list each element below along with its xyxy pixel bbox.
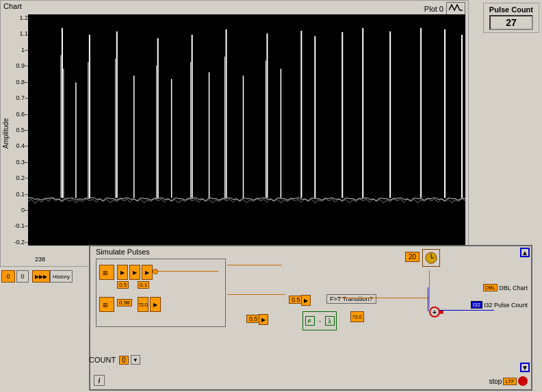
pulse-count-value: 27 [489,15,533,30]
history-text: History [50,270,73,283]
plot-label: Plot 0 [424,5,443,13]
chart-plot-area [28,14,465,246]
wire-mid-h [227,294,285,295]
timer-icon [422,249,440,267]
svg-text:⊞: ⊞ [103,270,108,276]
pulse-count-label: Pulse Count [489,5,533,14]
waveform-svg [28,14,465,246]
block-icon-1: ⊞ [101,267,112,278]
scroll-up-arrow[interactable]: ▲ [520,248,530,257]
tri-block-3: ▶ [142,265,153,280]
svg-text:⊞: ⊞ [103,302,108,309]
stop-label: stop [489,378,502,385]
tri-block-2: ▶ [129,265,140,280]
val-0.1: 0.1 [138,281,149,289]
stop-circle [518,376,528,386]
input-block-1: 0 [16,270,29,283]
val-0.5: 0.5 [117,281,129,289]
wire-v-blue [428,287,428,311]
inner-block-2: ⊞ [99,297,114,312]
x-axis-label: 238 [35,256,45,263]
lambda-block: λ [325,316,335,326]
plot-toggle[interactable] [446,2,465,16]
val-0.98: 0.98 [117,299,132,306]
plot-selector: Plot 0 [424,2,465,16]
wire-transition-h [340,298,429,298]
y-axis-title: Amplitude [2,118,10,148]
chart-output: DBL DBL Chart [483,284,528,291]
p2-0-main: ?2:0 [350,311,364,322]
f-block: F [305,316,315,326]
history-block: ▶▶▶ History [30,270,73,283]
block-diagram: Simulate Pulses ⊞ ▶ ▶ ▶ 0.5 0.1 ⊞ 0.98 ?… [89,245,532,391]
info-icon: i [94,375,105,386]
count-text: COUNT [89,356,116,364]
i32-badge: I32 [471,301,482,309]
arrow-dots: → [318,319,322,324]
chart-container: Chart Plot 0 1.2 1.1 1– 0.9– 0.8– 0.7– 0… [0,0,469,267]
wire-h-blue [439,310,494,311]
scroll-down-arrow[interactable]: ▼ [520,363,530,372]
count-dropdown[interactable]: ▼ [131,355,140,365]
simulate-pulses-title: Simulate Pulses [96,248,150,256]
wire-top-h [227,265,282,265]
arrow-0.5: ▶ [301,295,311,306]
left-controls: 0 0 ▶▶▶ History [1,270,73,283]
wire-inner-h [157,271,218,272]
clock-svg [424,251,438,265]
dbl-badge: DBL [483,284,498,291]
pulse-count-output-label: I32 Pulse Count [484,302,528,309]
transition-block: F>T Transition? [326,294,376,304]
chart-output-label: DBL Chart [499,285,528,291]
waveform-icon [449,3,463,13]
chart-title: Chart [3,2,22,10]
bool-block: F → λ [302,311,337,330]
tri-block-4: ▶ [150,297,161,312]
arrow-0.5-2: ▶ [259,314,268,325]
stop-row: stop LTF [489,376,528,386]
plus-node: + [429,306,440,317]
arrow-blocks-2: ?2:0 ▶ [138,297,161,312]
block-icon-2: ⊞ [101,299,112,310]
subvi-box: ⊞ ▶ ▶ ▶ 0.5 0.1 ⊞ 0.98 ?2:0 ▶ [96,259,226,327]
val-20: 20 [405,252,420,262]
orange-dot [153,269,158,274]
history-label: ▶▶▶ [32,270,50,283]
ltf-badge: LTF [503,378,517,385]
inner-block-1: ⊞ [99,265,114,280]
pulse-count-panel: Pulse Count 27 [483,3,539,33]
arrow-blocks: ▶ ▶ ▶ [117,265,153,280]
p2-0-block: ?2:0 [138,297,149,312]
count-value: 0 [119,356,129,365]
tri-block-1: ▶ [117,265,128,280]
input-block-0[interactable]: 0 [1,270,15,283]
svg-rect-0 [28,14,465,246]
pulse-count-output: I32 I32 Pulse Count [471,301,528,309]
count-control-row: COUNT 0 ▼ [89,355,140,365]
wire-v-orange [429,270,430,308]
